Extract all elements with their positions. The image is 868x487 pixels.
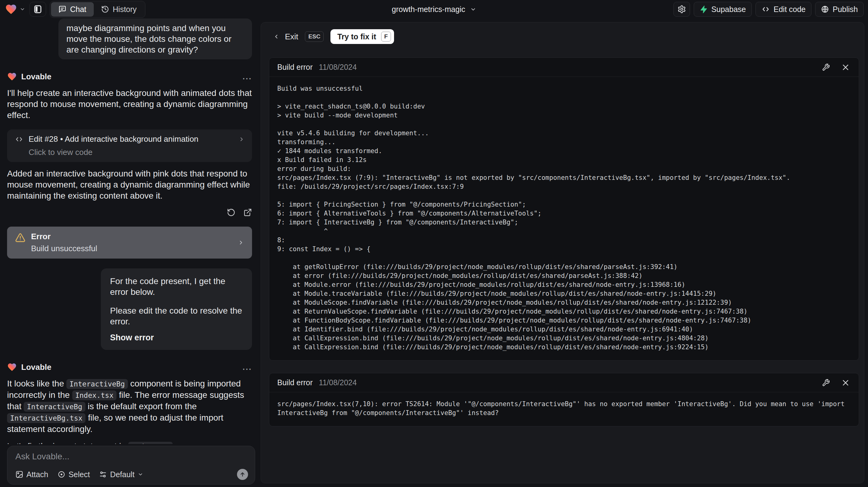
topbar-right: Supabase Edit code Publish (674, 2, 864, 17)
chevron-right-icon (239, 135, 245, 143)
composer: Attach Select Default (7, 446, 255, 485)
chevron-left-icon (273, 33, 279, 40)
chat-message-list[interactable]: maybe diagramming points and when you mo… (0, 19, 257, 444)
tab-history[interactable]: History (94, 2, 144, 17)
build-error-log-card: Build error 11/08/2024 src/pages/Index.t… (269, 373, 859, 426)
message-more-button[interactable]: ... (243, 363, 252, 372)
settings-button[interactable] (674, 2, 690, 17)
user-message: maybe diagramming points and when you mo… (58, 19, 252, 59)
panel-left-icon (33, 4, 42, 14)
supabase-bolt-icon (700, 5, 708, 13)
assistant-text-rich: It looks like the InteractiveBg componen… (7, 378, 252, 435)
refresh-icon (227, 208, 236, 217)
message-action-row (7, 208, 252, 217)
close-icon (842, 63, 849, 71)
tab-chat-label: Chat (70, 5, 86, 14)
external-link-icon (243, 208, 252, 217)
build-error-header: Build error 11/08/2024 (269, 373, 859, 392)
fix-with-ai-button[interactable] (822, 63, 830, 71)
target-icon (58, 470, 65, 478)
send-button[interactable] (237, 469, 248, 480)
wrench-icon (822, 63, 830, 71)
lovable-heart-icon (5, 3, 17, 16)
topbar: Chat History growth-metrics-magic S (0, 0, 868, 19)
dismiss-error-button[interactable] (842, 63, 849, 71)
composer-toolbar: Attach Select Default (16, 469, 248, 480)
supabase-button[interactable]: Supabase (694, 2, 752, 17)
exit-button-label: Exit (285, 32, 298, 41)
lovable-logo-menu[interactable] (4, 2, 26, 16)
assistant-message-header: Lovable ... (7, 72, 252, 82)
project-switcher[interactable]: growth-metrics-magic (392, 5, 476, 14)
f-key-badge: F (381, 32, 391, 41)
show-error-button[interactable]: Show error (110, 333, 154, 342)
build-error-log[interactable]: src/pages/Index.tsx(7,10): error TS2614:… (269, 392, 859, 426)
gear-icon (677, 5, 686, 13)
assistant-name: Lovable (21, 72, 51, 82)
build-error-log[interactable]: Build was unsuccessful > vite_react_shad… (269, 77, 859, 360)
user-message: For the code present, I get the error be… (101, 268, 252, 350)
user-message-line: For the code present, I get the error be… (110, 276, 243, 297)
preview-header: Exit ESC Try to fix it F (261, 29, 864, 44)
preview-panel: Exit ESC Try to fix it F Build error 11/… (261, 22, 864, 483)
sliders-icon (99, 470, 107, 478)
exit-button[interactable]: Exit (273, 32, 298, 41)
try-to-fix-label: Try to fix it (337, 32, 376, 41)
restore-version-button[interactable] (227, 208, 236, 217)
dismiss-error-button[interactable] (842, 379, 849, 387)
user-message-line: Please edit the code to resolve the erro… (110, 305, 243, 327)
chevron-down-icon (138, 471, 143, 477)
view-switcher: Chat History (50, 1, 145, 18)
build-error-log-card: Build error 11/08/2024 Build was unsucce… (269, 58, 859, 361)
chat-bubble-icon (58, 5, 66, 13)
supabase-button-label: Supabase (711, 5, 746, 14)
warning-triangle-icon (15, 233, 26, 243)
build-error-actions (822, 63, 849, 71)
esc-key-badge: ESC (305, 31, 324, 42)
lovable-heart-icon (7, 72, 17, 82)
assistant-text: I'll help create an interactive backgrou… (7, 88, 252, 121)
chevron-down-icon (470, 6, 476, 12)
close-icon (842, 379, 849, 387)
select-button[interactable]: Select (58, 470, 90, 479)
error-card-texts: Error Build unsuccessful (31, 232, 97, 253)
error-card-subtitle: Build unsuccessful (31, 244, 97, 253)
chat-panel: maybe diagramming points and when you mo… (0, 19, 257, 487)
edit-card-28[interactable]: Edit #28 • Add interactive background an… (7, 129, 252, 162)
try-to-fix-button[interactable]: Try to fix it F (331, 29, 394, 44)
fix-with-ai-button[interactable] (822, 379, 830, 387)
edit-card-title: Edit #28 • Add interactive background an… (29, 134, 198, 144)
mode-default-label: Default (110, 470, 134, 479)
code-brackets-icon (761, 5, 770, 13)
chat-input[interactable] (16, 452, 248, 463)
assistant-text-rich: Let's fix the import statement in Index.… (7, 441, 252, 444)
tab-chat[interactable]: Chat (51, 2, 94, 17)
assistant-name: Lovable (21, 363, 51, 372)
mode-default-button[interactable]: Default (99, 470, 143, 479)
wrench-icon (822, 379, 830, 387)
code-brackets-icon (14, 135, 24, 143)
user-message-text: maybe diagramming points and when you mo… (66, 23, 244, 55)
build-error-chat-card[interactable]: Error Build unsuccessful (7, 226, 252, 258)
edit-code-button-label: Edit code (774, 5, 806, 14)
build-error-title: Build error (277, 378, 313, 387)
attach-button[interactable]: Attach (16, 470, 48, 479)
publish-button-label: Publish (833, 5, 858, 14)
tab-history-label: History (113, 5, 137, 14)
lovable-heart-icon (7, 362, 17, 372)
sidebar-toggle-button[interactable] (30, 2, 46, 17)
build-error-actions (822, 379, 849, 387)
edit-code-button[interactable]: Edit code (755, 2, 811, 17)
build-error-date: 11/08/2024 (319, 63, 356, 72)
message-more-button[interactable]: ... (243, 72, 252, 82)
chevron-right-icon (238, 239, 244, 247)
attach-image-icon (16, 470, 23, 478)
attach-button-label: Attach (26, 470, 48, 479)
project-name: growth-metrics-magic (392, 5, 465, 14)
history-clock-icon (101, 5, 109, 13)
build-error-date: 11/08/2024 (319, 378, 356, 387)
publish-button[interactable]: Publish (815, 2, 864, 17)
open-preview-button[interactable] (243, 208, 252, 217)
error-card-title: Error (31, 232, 97, 241)
edit-card-subtitle: Click to view code (29, 148, 245, 157)
